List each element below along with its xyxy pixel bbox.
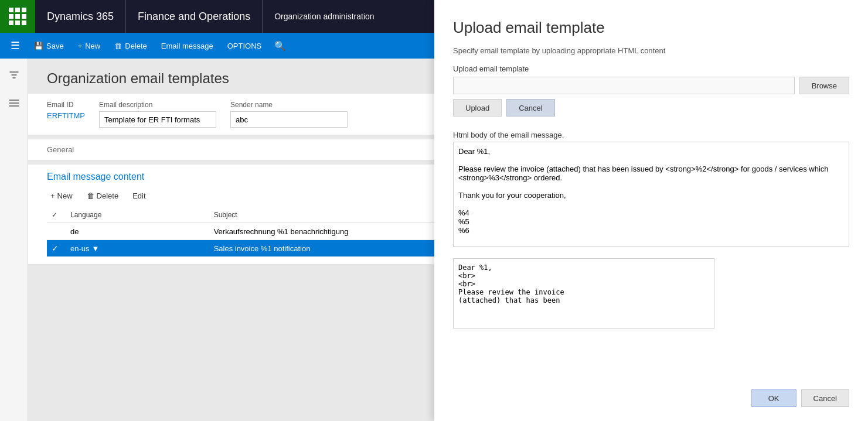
new-button[interactable]: + New [72,38,107,54]
menu-lines-icon[interactable] [5,94,23,112]
options-button[interactable]: OPTIONS [222,38,268,54]
content-new-plus-icon: + [50,191,55,200]
email-id-field: Email ID ERFTITMP [47,101,85,128]
email-id-value[interactable]: ERFTITMP [47,111,85,120]
plus-icon: + [78,42,83,50]
html-body-section: Html body of the email message. Dear %1,… [453,131,849,249]
apps-grid-icon [9,8,26,25]
email-desc-label: Email description [99,101,216,109]
col-language-header: Language [66,207,209,223]
row-language-cell: de [66,223,209,240]
email-id-label: Email ID [47,101,85,109]
module-label: Finance and Operations [126,0,263,33]
upload-button[interactable]: Upload [453,99,502,117]
menu-button[interactable]: ☰ [5,36,26,56]
row-language-cell: en-us ▼ [66,240,209,257]
ok-button[interactable]: OK [751,389,796,407]
search-button[interactable]: 🔍 [272,37,288,54]
section-label: Organization administration [263,0,386,33]
general-label: General [47,145,74,154]
sender-name-input[interactable] [230,111,348,128]
cancel-modal-button[interactable]: Cancel [801,389,849,407]
email-message-button[interactable]: Email message [155,38,219,54]
left-sidebar [0,59,28,421]
content-new-button[interactable]: + New [47,189,76,203]
modal-subtitle: Specify email template by uploading appr… [453,46,849,55]
apps-launcher[interactable] [0,0,35,33]
modal-footer: OK Cancel [453,389,849,407]
row-check-cell: ✓ [47,240,66,257]
browse-button[interactable]: Browse [799,77,849,94]
dropdown-arrow-icon: ▼ [92,244,100,253]
upload-file-input[interactable] [453,77,795,94]
save-button[interactable]: 💾 Save [28,38,70,54]
content-delete-icon: 🗑 [87,191,94,200]
modal-title: Upload email template [453,19,849,37]
sender-name-label: Sender name [230,101,348,109]
cancel-upload-button[interactable]: Cancel [506,99,554,117]
upload-modal-panel: Upload email template Specify email temp… [434,0,868,421]
brand-label: Dynamics 365 [35,0,126,33]
html-source-section: Dear %1, <br> <br> Please review the inv… [453,258,849,330]
content-delete-button[interactable]: 🗑 Delete [83,189,122,203]
html-source-textarea[interactable]: Dear %1, <br> <br> Please review the inv… [453,258,714,328]
email-desc-input[interactable] [99,111,216,128]
row-check-cell [47,223,66,240]
upload-section: Upload email template Browse Upload Canc… [453,64,849,121]
delete-button[interactable]: 🗑 Delete [108,38,153,54]
html-body-label: Html body of the email message. [453,131,849,139]
filter-icon[interactable] [5,66,23,84]
upload-label: Upload email template [453,64,849,73]
delete-icon: 🗑 [114,42,122,50]
content-edit-button[interactable]: Edit [129,189,149,203]
sender-name-field: Sender name [230,101,348,128]
html-body-textarea[interactable]: Dear %1, Please review the invoice (atta… [453,142,849,247]
check-icon: ✓ [52,244,59,253]
col-check-header: ✓ [47,207,66,223]
email-desc-field: Email description [99,101,216,128]
save-icon: 💾 [34,42,43,50]
